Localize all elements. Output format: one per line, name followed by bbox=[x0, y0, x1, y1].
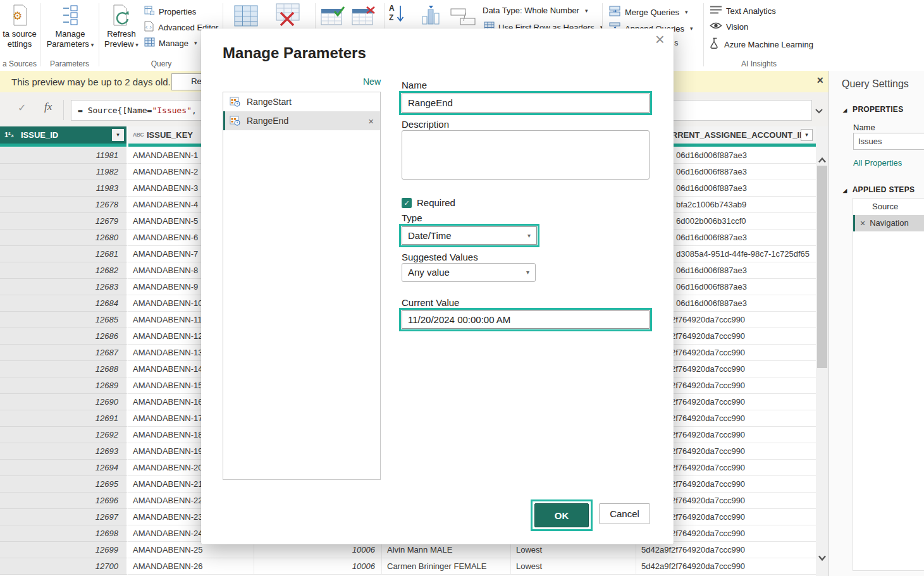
suggested-values-dropdown[interactable]: Any value▾ bbox=[402, 263, 536, 282]
applied-step-source[interactable]: Source bbox=[853, 199, 924, 215]
panel-title: Query Settings bbox=[842, 78, 909, 90]
cell-id[interactable]: 12681 bbox=[0, 246, 128, 262]
type-dropdown[interactable]: Date/Time▾ bbox=[402, 226, 537, 245]
cell-id[interactable]: 11982 bbox=[0, 164, 128, 180]
covered-group-label-fragment: s bbox=[674, 38, 679, 47]
highlight-annotation: 11/20/2024 00:00:00 AM bbox=[399, 308, 652, 331]
required-label: Required bbox=[417, 197, 455, 208]
cell-priority[interactable]: Lowest bbox=[511, 558, 636, 575]
cell-id[interactable]: 12699 bbox=[0, 542, 128, 558]
cell-id[interactable]: 12691 bbox=[0, 410, 128, 427]
cell-id[interactable]: 12682 bbox=[0, 262, 128, 279]
manage-menu-item[interactable]: Manage ▾ bbox=[144, 37, 197, 49]
cell-id[interactable]: 12697 bbox=[0, 509, 128, 525]
svg-text:Z: Z bbox=[389, 13, 393, 22]
applied-steps-section-header[interactable]: ◢ APPLIED STEPS bbox=[843, 185, 915, 194]
parameter-item-rangestart[interactable]: RangeStart bbox=[223, 92, 380, 111]
filter-dropdown-icon[interactable]: ▾ bbox=[801, 129, 813, 141]
properties-menu-item[interactable]: Properties bbox=[144, 5, 196, 18]
parameter-name: RangeEnd bbox=[247, 116, 288, 126]
merge-queries-label: Merge Queries bbox=[625, 8, 679, 17]
cell-id[interactable]: 12690 bbox=[0, 394, 128, 410]
cell-num[interactable]: 10006 bbox=[254, 558, 382, 575]
cell-id[interactable]: 12696 bbox=[0, 493, 128, 509]
cell-id[interactable]: 12686 bbox=[0, 328, 128, 345]
cell-id[interactable]: 12700 bbox=[0, 558, 128, 575]
applied-steps-header-label: APPLIED STEPS bbox=[853, 185, 915, 194]
group-by-button[interactable] bbox=[421, 4, 441, 29]
cell-id[interactable]: 12680 bbox=[0, 230, 128, 246]
column-header-label: CURRENT_ASSIGNEE_ACCOUNT_ID bbox=[660, 130, 805, 140]
suggested-values-label: Suggested Values bbox=[402, 252, 478, 262]
data-type-dropdown[interactable]: Data Type: Whole Number ▾ bbox=[483, 6, 588, 15]
scrollbar-thumb[interactable] bbox=[817, 166, 827, 368]
filter-dropdown-icon[interactable]: ▾ bbox=[112, 129, 124, 141]
ok-button[interactable]: OK bbox=[534, 503, 589, 527]
applied-step-navigation[interactable]: ×Navigation bbox=[853, 215, 924, 231]
cell-key[interactable]: AMANDABENN-26 bbox=[128, 558, 254, 575]
parameter-item-rangeend[interactable]: RangeEnd× bbox=[223, 111, 380, 130]
divider bbox=[63, 100, 64, 120]
table-grid-icon bbox=[234, 18, 258, 28]
dialog-close-icon[interactable]: × bbox=[655, 30, 665, 49]
remove-columns-button[interactable] bbox=[273, 3, 302, 29]
expand-formula-chevron-icon[interactable] bbox=[815, 105, 823, 116]
name-input[interactable]: RangeEnd bbox=[402, 94, 650, 113]
text-analytics-button[interactable]: Text Analytics bbox=[710, 5, 776, 16]
commit-check-icon[interactable]: ✓ bbox=[18, 102, 26, 114]
column-header-issue-id[interactable]: 1²₃ ISSUE_ID bbox=[0, 126, 126, 144]
group-label-ai-insights: AI Insights bbox=[715, 59, 803, 68]
cell-id[interactable]: 12693 bbox=[0, 443, 128, 460]
new-parameter-link[interactable]: New bbox=[223, 77, 381, 87]
group-label-data-sources: a Sources bbox=[0, 59, 39, 68]
cell-id[interactable]: 11981 bbox=[0, 147, 128, 164]
cell-id[interactable]: 12698 bbox=[0, 525, 128, 542]
cell-id[interactable]: 12684 bbox=[0, 295, 128, 312]
scroll-down-icon[interactable] bbox=[818, 553, 827, 564]
vision-button[interactable]: Vision bbox=[710, 21, 748, 32]
cell-id[interactable]: 12687 bbox=[0, 345, 128, 361]
scroll-up-icon[interactable] bbox=[818, 154, 827, 166]
cancel-button[interactable]: Cancel bbox=[599, 503, 650, 524]
manage-parameters-button[interactable]: Manage Parameters▾ bbox=[43, 4, 97, 50]
number-type-icon: 1²₃ bbox=[4, 126, 14, 144]
applied-steps-list: Source×Navigation bbox=[853, 198, 924, 571]
current-value-label: Current Value bbox=[402, 297, 459, 308]
cell-id[interactable]: 12694 bbox=[0, 460, 128, 476]
delete-step-icon[interactable]: × bbox=[860, 215, 865, 231]
refresh-preview-button[interactable]: Refresh Preview▾ bbox=[101, 4, 142, 50]
required-checkbox[interactable]: ✓ bbox=[402, 198, 412, 208]
data-source-settings-button[interactable]: ⚙ ta source ettings bbox=[0, 4, 39, 49]
choose-columns-button[interactable] bbox=[234, 5, 258, 29]
query-name-input[interactable]: Issues bbox=[853, 133, 924, 150]
cell-id[interactable]: 12683 bbox=[0, 279, 128, 295]
description-textarea[interactable] bbox=[402, 130, 650, 180]
vertical-scrollbar[interactable] bbox=[816, 126, 829, 576]
cell-id[interactable]: 12679 bbox=[0, 213, 128, 230]
split-column-button[interactable] bbox=[450, 8, 478, 28]
keep-rows-button[interactable] bbox=[321, 6, 346, 29]
azure-ml-label: Azure Machine Learning bbox=[724, 40, 813, 49]
remove-rows-button[interactable] bbox=[352, 6, 377, 29]
cell-name[interactable]: Carmen Brininger FEMALE bbox=[382, 558, 511, 575]
merge-queries-button[interactable]: Merge Queries ▾ bbox=[609, 6, 688, 18]
current-value-input[interactable]: 11/20/2024 00:00:00 AM bbox=[402, 310, 650, 329]
cell-id[interactable]: 12688 bbox=[0, 361, 128, 377]
all-properties-link[interactable]: All Properties bbox=[853, 158, 902, 168]
cell-id[interactable]: 12689 bbox=[0, 377, 128, 394]
banner-close-icon[interactable]: × bbox=[816, 74, 823, 87]
cell-id[interactable]: 11983 bbox=[0, 180, 128, 197]
cell-id[interactable]: 12685 bbox=[0, 312, 128, 328]
delete-parameter-icon[interactable]: × bbox=[368, 116, 374, 126]
cell-account[interactable]: 5d42a9f2f764920da7ccc990 bbox=[636, 558, 816, 575]
cell-id[interactable]: 12678 bbox=[0, 197, 128, 213]
table-row[interactable]: 12700AMANDABENN-2610006Carmen Brininger … bbox=[0, 558, 816, 575]
remove-rows-icon bbox=[352, 18, 377, 28]
cell-id[interactable]: 12695 bbox=[0, 476, 128, 493]
sort-ascending-button[interactable]: AZ bbox=[388, 3, 407, 28]
properties-section-header[interactable]: ◢ PROPERTIES bbox=[843, 105, 903, 114]
data-source-settings-icon: ⚙ bbox=[10, 4, 29, 29]
cell-id[interactable]: 12692 bbox=[0, 427, 128, 443]
column-header-label: ISSUE_ID bbox=[21, 126, 58, 144]
azure-ml-button[interactable]: Azure Machine Learning bbox=[710, 37, 813, 51]
